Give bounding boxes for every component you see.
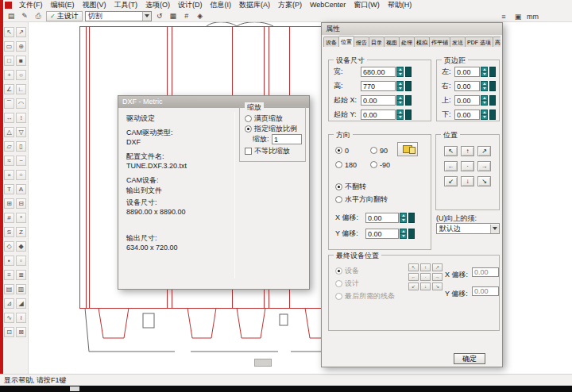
tool-icon[interactable]: ◆ xyxy=(16,241,26,252)
undo-icon[interactable]: ↺ xyxy=(154,11,165,21)
tool-icon[interactable]: ▱ xyxy=(4,141,14,152)
spinner[interactable] xyxy=(481,81,488,91)
spinner-aux-button[interactable] xyxy=(405,95,412,106)
tool-icon[interactable]: ◇ xyxy=(4,241,14,252)
tab-process[interactable]: 处理 xyxy=(399,37,415,47)
tool-icon[interactable]: ⊟ xyxy=(16,198,26,209)
position-grid-button[interactable]: ↓ xyxy=(461,176,474,186)
position-grid-button[interactable]: ↙ xyxy=(444,176,458,186)
tab-view[interactable]: 视图 xyxy=(384,37,400,47)
start-y-input[interactable] xyxy=(361,110,396,120)
tool-icon[interactable]: ÷ xyxy=(16,170,26,180)
radio-fit-page[interactable]: 满页缩放 xyxy=(245,114,283,123)
tab-tile[interactable]: 作平铺 xyxy=(429,37,450,47)
tool-icon[interactable]: △ xyxy=(4,127,14,137)
width-input[interactable] xyxy=(361,67,396,77)
bottom-margin-input[interactable] xyxy=(454,110,480,120)
tool-icon[interactable]: ↖ xyxy=(4,27,14,37)
menu-window[interactable]: 窗口(W) xyxy=(350,0,384,10)
menu-file[interactable]: 文件(F) xyxy=(15,0,47,10)
tool-icon[interactable]: ▭ xyxy=(4,41,14,52)
h-scrollbar-thumb[interactable] xyxy=(254,359,272,367)
spinner[interactable] xyxy=(400,213,407,223)
start-x-input[interactable] xyxy=(361,95,396,106)
tool-icon[interactable]: ≀ xyxy=(16,313,26,323)
new-doc-icon[interactable]: ▤ xyxy=(6,11,17,21)
radio-device[interactable]: 设备 xyxy=(335,267,359,275)
tool-icon[interactable]: + xyxy=(4,70,14,80)
layer-combo[interactable]: 切割 xyxy=(85,11,152,21)
tool-icon[interactable]: ⌒ xyxy=(4,98,14,109)
tool-icon[interactable]: ≡ xyxy=(4,270,14,280)
height-input[interactable] xyxy=(361,81,396,91)
tool-icon[interactable]: ↔ xyxy=(4,113,14,123)
hash-icon[interactable]: # xyxy=(181,11,192,21)
position-grid-button[interactable]: ↘ xyxy=(477,176,491,186)
menu-project[interactable]: 方案(P) xyxy=(274,0,306,10)
final-x-offset-input[interactable] xyxy=(472,267,499,277)
final-grid-button[interactable]: → xyxy=(432,273,443,281)
final-grid-button[interactable]: ↙ xyxy=(408,282,419,290)
spinner[interactable] xyxy=(396,110,404,120)
tool-icon[interactable]: # xyxy=(4,213,14,223)
tab-simulate[interactable]: 模拟 xyxy=(414,37,430,47)
final-grid-button[interactable]: · xyxy=(420,273,431,281)
tool-icon[interactable]: ⊿ xyxy=(4,298,14,309)
position-grid-button[interactable]: ← xyxy=(444,161,458,171)
tool-icon[interactable]: ↗ xyxy=(16,27,26,37)
combo-arrow-icon[interactable] xyxy=(142,12,151,21)
tool-icon[interactable]: ○ xyxy=(16,70,26,80)
radio-rotate-neg90[interactable]: -90 xyxy=(370,160,390,169)
tool-icon[interactable]: ▯ xyxy=(16,141,26,152)
position-grid-button[interactable]: ↗ xyxy=(477,146,491,156)
menu-design[interactable]: 设计(D) xyxy=(174,0,207,10)
spinner-aux-button[interactable] xyxy=(408,213,415,223)
spinner-aux-button[interactable] xyxy=(489,81,496,91)
spinner-aux-button[interactable] xyxy=(405,81,412,91)
combo-arrow-icon[interactable] xyxy=(490,225,499,233)
taskbar[interactable] xyxy=(0,386,572,392)
main-design-button[interactable]: ✓ 主设计 xyxy=(46,11,83,21)
radio-horizontal-flip[interactable]: 水平方向翻转 xyxy=(335,195,388,204)
tool-icon[interactable]: ∠ xyxy=(4,84,14,94)
final-grid-button[interactable]: ↑ xyxy=(420,263,431,271)
final-grid-button[interactable]: ↗ xyxy=(432,263,443,271)
final-grid-button[interactable]: ↘ xyxy=(432,282,443,290)
grid-icon[interactable]: ▦ xyxy=(168,11,179,21)
tool-icon[interactable]: ◠ xyxy=(16,98,26,109)
tool-icon[interactable]: □ xyxy=(4,56,14,66)
tool-icon[interactable]: * xyxy=(16,213,26,223)
spinner[interactable] xyxy=(396,67,404,77)
spinner[interactable] xyxy=(396,81,404,91)
menu-edit[interactable]: 编辑(E) xyxy=(47,0,79,10)
scale-input[interactable] xyxy=(272,134,302,144)
tool-icon[interactable]: ~ xyxy=(16,156,26,166)
position-grid-button[interactable]: ↑ xyxy=(461,146,474,156)
spinner-aux-button[interactable] xyxy=(405,110,412,120)
right-margin-input[interactable] xyxy=(454,81,480,91)
tab-position[interactable]: 位置 xyxy=(338,36,354,47)
x-offset-input[interactable] xyxy=(365,213,399,223)
spinner-aux-button[interactable] xyxy=(489,95,496,106)
tool-icon[interactable]: T xyxy=(4,184,14,194)
tool-icon[interactable]: A xyxy=(16,184,26,194)
final-grid-button[interactable]: ↓ xyxy=(420,282,431,290)
properties-dialog-titlebar[interactable]: 属性 xyxy=(322,23,502,35)
menu-tools[interactable]: 工具(T) xyxy=(110,0,142,10)
position-grid-button[interactable]: → xyxy=(477,161,491,171)
panel-icon[interactable]: ▣ xyxy=(512,11,524,21)
tab-advanced[interactable]: 高级 xyxy=(493,37,500,47)
tool-icon[interactable]: ≈ xyxy=(4,156,14,166)
position-grid-button[interactable]: · xyxy=(461,161,474,171)
spinner[interactable] xyxy=(481,110,488,120)
hamburger-icon[interactable]: ≡ xyxy=(498,11,509,21)
tool-icon[interactable]: ≣ xyxy=(16,270,26,280)
print-icon[interactable]: ⎙ xyxy=(33,11,44,21)
menu-options[interactable]: 选项(O) xyxy=(141,0,174,10)
final-grid-button[interactable]: ← xyxy=(408,273,419,281)
tool-icon[interactable]: ⊕ xyxy=(16,41,26,52)
edit-icon[interactable]: ✎ xyxy=(19,11,30,21)
radio-specify-scale[interactable]: 指定缩放比例 xyxy=(245,125,297,133)
tool-icon[interactable]: × xyxy=(4,170,14,180)
tab-directory[interactable]: 目录 xyxy=(369,37,385,47)
